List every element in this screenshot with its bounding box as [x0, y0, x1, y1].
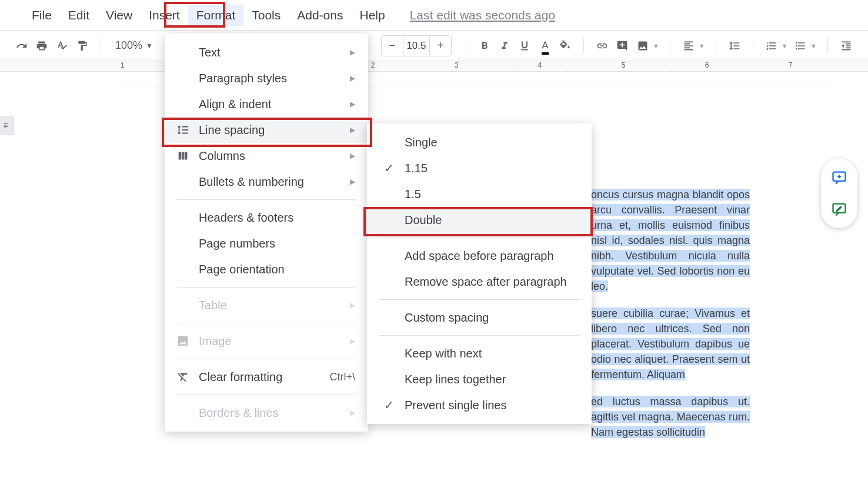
caret-down-icon: ▼	[653, 42, 659, 49]
format-menu-item-headers-footers[interactable]: Headers & footers	[165, 205, 368, 230]
submenu-arrow-icon: ▶	[350, 409, 355, 417]
font-size-stepper: − +	[381, 35, 452, 56]
italic-button[interactable]	[497, 35, 512, 56]
line-spacing-item-single[interactable]: Single	[367, 129, 592, 155]
selected-text: suere cubilia curae; Vivamus et libero n…	[591, 307, 750, 380]
redo-button[interactable]	[14, 35, 29, 56]
format-menu-item-clear-formatting[interactable]: Clear formattingCtrl+\	[165, 364, 368, 390]
format-menu-item-align-indent[interactable]: Align & indent▶	[165, 91, 368, 117]
ruler-number: 3	[455, 61, 459, 69]
line-spacing-item-1-15[interactable]: ✓1.15	[367, 155, 592, 181]
font-size-increase[interactable]: +	[430, 36, 451, 56]
line-spacing-icon	[175, 123, 191, 136]
line-spacing-item-prevent-single-lines[interactable]: ✓Prevent single lines	[367, 392, 592, 418]
menu-item-label: Double	[405, 213, 575, 227]
suggest-edits-icon[interactable]	[830, 200, 849, 219]
submenu-arrow-icon: ▶	[350, 126, 355, 134]
line-spacing-item-custom-spacing[interactable]: Custom spacing	[367, 305, 592, 330]
menu-item-label: Clear formatting	[199, 370, 321, 384]
paint-format-button[interactable]	[75, 35, 90, 56]
spellcheck-button[interactable]	[55, 35, 70, 56]
format-menu-item-page-numbers[interactable]: Page numbers	[165, 230, 368, 256]
format-menu-item-image: Image▶	[165, 328, 368, 354]
menu-item-shortcut: Ctrl+\	[329, 371, 355, 383]
caret-down-icon: ▼	[146, 42, 153, 50]
underline-button[interactable]	[517, 35, 532, 56]
align-button[interactable]	[681, 35, 696, 56]
insert-comment-button[interactable]	[615, 35, 630, 56]
caret-down-icon: ▼	[782, 42, 788, 49]
line-spacing-item-double[interactable]: Double	[367, 207, 592, 233]
menu-item-label: 1.15	[405, 162, 575, 175]
line-spacing-item-remove-space-after-paragraph[interactable]: Remove space after paragraph	[367, 269, 592, 295]
ruler-number: 2	[371, 61, 375, 69]
image-icon	[175, 335, 191, 347]
toolbar: 100% ▼ − + ▼ ▼ ▼ ▼	[0, 30, 868, 61]
submenu-arrow-icon: ▶	[350, 48, 355, 56]
menu-item-label: Custom spacing	[405, 311, 575, 325]
decrease-indent-button[interactable]	[839, 35, 854, 56]
submenu-arrow-icon: ▶	[350, 74, 355, 82]
font-size-input[interactable]	[403, 36, 430, 56]
selected-text: ed luctus massa dapibus ut. agittis vel …	[591, 396, 750, 438]
menu-edit[interactable]: Edit	[60, 5, 98, 26]
zoom-value: 100%	[115, 39, 142, 52]
menu-item-label: Image	[199, 335, 342, 348]
format-menu-item-borders-lines: Borders & lines▶	[165, 400, 368, 426]
line-spacing-item-keep-with-next[interactable]: Keep with next	[367, 340, 592, 366]
line-spacing-button[interactable]	[726, 35, 742, 56]
format-menu-item-columns[interactable]: Columns▶	[165, 143, 368, 169]
menu-item-label: Headers & footers	[199, 211, 355, 225]
line-spacing-submenu: Single✓1.151.5DoubleAdd space before par…	[367, 123, 592, 424]
menu-item-label: Page numbers	[199, 237, 355, 250]
document-text[interactable]: oncus cursus magna blandit opos arcu con…	[591, 187, 750, 452]
menu-item-label: Add space before paragraph	[405, 249, 575, 263]
format-menu-item-paragraph-styles[interactable]: Paragraph styles▶	[165, 65, 368, 91]
menu-item-label: Text	[199, 46, 342, 59]
last-edit-link[interactable]: Last edit was seconds ago	[402, 5, 564, 26]
insert-link-button[interactable]	[595, 35, 610, 56]
menu-view[interactable]: View	[98, 5, 141, 26]
menu-format[interactable]: Format	[188, 5, 244, 26]
ruler-number: 7	[789, 61, 793, 69]
menu-item-label: Prevent single lines	[405, 399, 575, 412]
menu-item-label: Table	[199, 299, 342, 312]
text-color-button[interactable]	[538, 35, 553, 56]
format-menu-item-bullets-numbering[interactable]: Bullets & numbering▶	[165, 169, 368, 195]
line-spacing-item-1-5[interactable]: 1.5	[367, 181, 592, 207]
bulleted-list-button[interactable]	[793, 35, 808, 56]
format-dropdown-menu: Text▶Paragraph styles▶Align & indent▶Lin…	[165, 34, 368, 432]
menu-file[interactable]: File	[24, 5, 60, 26]
document-outline-toggle[interactable]	[0, 116, 14, 135]
format-menu-item-table: Table▶	[165, 292, 368, 318]
menu-item-label: Keep with next	[405, 347, 575, 360]
checkmark-icon: ✓	[381, 161, 396, 175]
format-menu-item-page-orientation[interactable]: Page orientation	[165, 256, 368, 282]
numbered-list-button[interactable]	[764, 35, 779, 56]
line-spacing-item-add-space-before-paragraph[interactable]: Add space before paragraph	[367, 243, 592, 269]
menu-addons[interactable]: Add-ons	[289, 5, 351, 26]
bold-button[interactable]	[477, 35, 492, 56]
menu-item-label: Single	[405, 136, 575, 149]
menu-tools[interactable]: Tools	[243, 5, 289, 26]
insert-image-button[interactable]	[635, 35, 650, 56]
ruler-number: 5	[622, 61, 626, 69]
highlight-color-button[interactable]	[557, 35, 573, 56]
format-menu-item-line-spacing[interactable]: Line spacing▶	[165, 117, 368, 143]
submenu-arrow-icon: ▶	[350, 100, 355, 108]
ruler: 1 · · · · · 2 · · · 3 · · · 4 · · · 5 · …	[0, 61, 868, 72]
ruler-number: 4	[538, 61, 542, 69]
line-spacing-item-keep-lines-together[interactable]: Keep lines together	[367, 366, 592, 392]
menu-insert[interactable]: Insert	[141, 5, 188, 26]
menu-item-label: Align & indent	[199, 98, 342, 111]
zoom-select[interactable]: 100% ▼	[112, 39, 156, 52]
print-button[interactable]	[34, 35, 49, 56]
menu-item-label: Borders & lines	[199, 406, 342, 420]
ruler-number: 1	[121, 61, 125, 69]
menu-item-label: Keep lines together	[405, 373, 575, 386]
add-comment-icon[interactable]	[830, 168, 849, 187]
menu-help[interactable]: Help	[351, 5, 393, 26]
font-size-decrease[interactable]: −	[382, 36, 403, 56]
side-panel-fab	[821, 159, 857, 228]
format-menu-item-text[interactable]: Text▶	[165, 39, 368, 65]
